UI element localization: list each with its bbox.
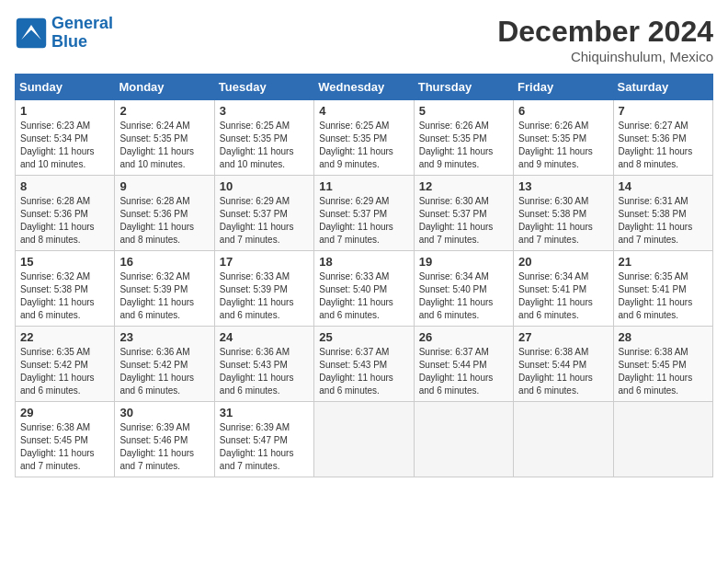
calendar-cell: 30Sunrise: 6:39 AM Sunset: 5:46 PM Dayli… [115, 402, 214, 477]
calendar-cell: 15Sunrise: 6:32 AM Sunset: 5:38 PM Dayli… [16, 251, 115, 327]
calendar-cell: 20Sunrise: 6:34 AM Sunset: 5:41 PM Dayli… [514, 251, 613, 327]
day-info: Sunrise: 6:32 AM Sunset: 5:38 PM Dayligh… [20, 270, 109, 322]
logo-text: General Blue [51, 15, 113, 52]
week-row-2: 8Sunrise: 6:28 AM Sunset: 5:36 PM Daylig… [16, 176, 713, 251]
day-number: 6 [518, 104, 608, 118]
calendar-cell: 28Sunrise: 6:38 AM Sunset: 5:45 PM Dayli… [613, 327, 712, 402]
day-info: Sunrise: 6:30 AM Sunset: 5:38 PM Dayligh… [518, 195, 608, 247]
svg-rect-0 [17, 18, 46, 48]
day-number: 14 [619, 179, 708, 193]
day-info: Sunrise: 6:28 AM Sunset: 5:36 PM Dayligh… [20, 195, 109, 247]
day-info: Sunrise: 6:33 AM Sunset: 5:40 PM Dayligh… [319, 270, 408, 322]
day-number: 5 [419, 104, 508, 118]
day-header-friday: Friday [514, 75, 613, 100]
day-info: Sunrise: 6:39 AM Sunset: 5:46 PM Dayligh… [119, 421, 209, 473]
day-header-wednesday: Wednesday [314, 75, 414, 100]
calendar-cell: 23Sunrise: 6:36 AM Sunset: 5:42 PM Dayli… [115, 327, 214, 402]
day-number: 10 [220, 179, 309, 193]
day-info: Sunrise: 6:36 AM Sunset: 5:42 PM Dayligh… [119, 346, 209, 397]
calendar-cell: 13Sunrise: 6:30 AM Sunset: 5:38 PM Dayli… [514, 176, 613, 251]
calendar-cell: 26Sunrise: 6:37 AM Sunset: 5:44 PM Dayli… [414, 327, 513, 402]
day-header-sunday: Sunday [16, 75, 115, 100]
calendar-cell: 31Sunrise: 6:39 AM Sunset: 5:47 PM Dayli… [214, 402, 313, 477]
week-row-3: 15Sunrise: 6:32 AM Sunset: 5:38 PM Dayli… [16, 251, 713, 327]
calendar-cell: 4Sunrise: 6:25 AM Sunset: 5:35 PM Daylig… [314, 100, 414, 176]
day-number: 17 [220, 255, 309, 269]
day-number: 28 [619, 330, 708, 344]
page-header: General Blue December 2024 Chiquinshulum… [15, 15, 713, 64]
day-info: Sunrise: 6:34 AM Sunset: 5:41 PM Dayligh… [518, 270, 608, 322]
day-info: Sunrise: 6:33 AM Sunset: 5:39 PM Dayligh… [220, 270, 309, 322]
logo-icon [15, 17, 48, 50]
calendar-cell: 1Sunrise: 6:23 AM Sunset: 5:34 PM Daylig… [16, 100, 115, 176]
day-number: 11 [319, 179, 408, 193]
title-block: December 2024 Chiquinshulum, Mexico [497, 15, 713, 64]
calendar-cell: 5Sunrise: 6:26 AM Sunset: 5:35 PM Daylig… [414, 100, 513, 176]
month-year: December 2024 [497, 15, 713, 49]
calendar-cell: 25Sunrise: 6:37 AM Sunset: 5:43 PM Dayli… [314, 327, 414, 402]
day-number: 30 [119, 406, 209, 419]
day-number: 31 [220, 406, 309, 419]
calendar-cell: 16Sunrise: 6:32 AM Sunset: 5:39 PM Dayli… [115, 251, 214, 327]
calendar-cell: 14Sunrise: 6:31 AM Sunset: 5:38 PM Dayli… [613, 176, 712, 251]
week-row-5: 29Sunrise: 6:38 AM Sunset: 5:45 PM Dayli… [16, 402, 713, 477]
day-info: Sunrise: 6:23 AM Sunset: 5:34 PM Dayligh… [20, 120, 109, 171]
day-info: Sunrise: 6:26 AM Sunset: 5:35 PM Dayligh… [419, 120, 508, 171]
day-info: Sunrise: 6:24 AM Sunset: 5:35 PM Dayligh… [119, 120, 209, 171]
day-info: Sunrise: 6:29 AM Sunset: 5:37 PM Dayligh… [220, 195, 309, 247]
calendar-cell [314, 402, 414, 477]
day-number: 29 [20, 406, 109, 419]
day-info: Sunrise: 6:30 AM Sunset: 5:37 PM Dayligh… [419, 195, 508, 247]
day-number: 15 [20, 255, 109, 269]
calendar-cell: 6Sunrise: 6:26 AM Sunset: 5:35 PM Daylig… [514, 100, 613, 176]
day-number: 26 [419, 330, 508, 344]
day-number: 7 [619, 104, 708, 118]
calendar-cell: 10Sunrise: 6:29 AM Sunset: 5:37 PM Dayli… [214, 176, 313, 251]
day-number: 27 [518, 330, 608, 344]
calendar-cell [414, 402, 513, 477]
day-info: Sunrise: 6:31 AM Sunset: 5:38 PM Dayligh… [619, 195, 708, 247]
calendar-cell: 3Sunrise: 6:25 AM Sunset: 5:35 PM Daylig… [214, 100, 313, 176]
calendar-cell [514, 402, 613, 477]
calendar-cell: 17Sunrise: 6:33 AM Sunset: 5:39 PM Dayli… [214, 251, 313, 327]
day-header-thursday: Thursday [414, 75, 513, 100]
day-number: 4 [319, 104, 408, 118]
day-number: 21 [619, 255, 708, 269]
calendar-header-row: SundayMondayTuesdayWednesdayThursdayFrid… [16, 75, 713, 100]
calendar-cell: 12Sunrise: 6:30 AM Sunset: 5:37 PM Dayli… [414, 176, 513, 251]
day-info: Sunrise: 6:34 AM Sunset: 5:40 PM Dayligh… [419, 270, 508, 322]
calendar-cell: 9Sunrise: 6:28 AM Sunset: 5:36 PM Daylig… [115, 176, 214, 251]
day-header-tuesday: Tuesday [214, 75, 313, 100]
day-info: Sunrise: 6:25 AM Sunset: 5:35 PM Dayligh… [220, 120, 309, 171]
day-number: 18 [319, 255, 408, 269]
day-info: Sunrise: 6:32 AM Sunset: 5:39 PM Dayligh… [119, 270, 209, 322]
calendar-cell [613, 402, 712, 477]
calendar-cell: 22Sunrise: 6:35 AM Sunset: 5:42 PM Dayli… [16, 327, 115, 402]
logo: General Blue [15, 15, 113, 52]
day-info: Sunrise: 6:27 AM Sunset: 5:36 PM Dayligh… [619, 120, 708, 171]
day-number: 2 [119, 104, 209, 118]
day-info: Sunrise: 6:38 AM Sunset: 5:45 PM Dayligh… [20, 421, 109, 473]
day-info: Sunrise: 6:25 AM Sunset: 5:35 PM Dayligh… [319, 120, 408, 171]
calendar-cell: 11Sunrise: 6:29 AM Sunset: 5:37 PM Dayli… [314, 176, 414, 251]
day-number: 19 [419, 255, 508, 269]
day-info: Sunrise: 6:38 AM Sunset: 5:44 PM Dayligh… [518, 346, 608, 397]
calendar-cell: 19Sunrise: 6:34 AM Sunset: 5:40 PM Dayli… [414, 251, 513, 327]
day-number: 13 [518, 179, 608, 193]
day-info: Sunrise: 6:28 AM Sunset: 5:36 PM Dayligh… [119, 195, 209, 247]
day-number: 22 [20, 330, 109, 344]
week-row-1: 1Sunrise: 6:23 AM Sunset: 5:34 PM Daylig… [16, 100, 713, 176]
calendar-cell: 2Sunrise: 6:24 AM Sunset: 5:35 PM Daylig… [115, 100, 214, 176]
day-info: Sunrise: 6:29 AM Sunset: 5:37 PM Dayligh… [319, 195, 408, 247]
calendar-cell: 18Sunrise: 6:33 AM Sunset: 5:40 PM Dayli… [314, 251, 414, 327]
calendar-table: SundayMondayTuesdayWednesdayThursdayFrid… [15, 74, 713, 477]
day-info: Sunrise: 6:38 AM Sunset: 5:45 PM Dayligh… [619, 346, 708, 397]
day-info: Sunrise: 6:39 AM Sunset: 5:47 PM Dayligh… [220, 421, 309, 473]
day-info: Sunrise: 6:37 AM Sunset: 5:43 PM Dayligh… [319, 346, 408, 397]
day-info: Sunrise: 6:36 AM Sunset: 5:43 PM Dayligh… [220, 346, 309, 397]
logo-line2: Blue [51, 32, 87, 51]
calendar-cell: 29Sunrise: 6:38 AM Sunset: 5:45 PM Dayli… [16, 402, 115, 477]
day-number: 12 [419, 179, 508, 193]
location: Chiquinshulum, Mexico [497, 49, 713, 64]
day-info: Sunrise: 6:35 AM Sunset: 5:41 PM Dayligh… [619, 270, 708, 322]
